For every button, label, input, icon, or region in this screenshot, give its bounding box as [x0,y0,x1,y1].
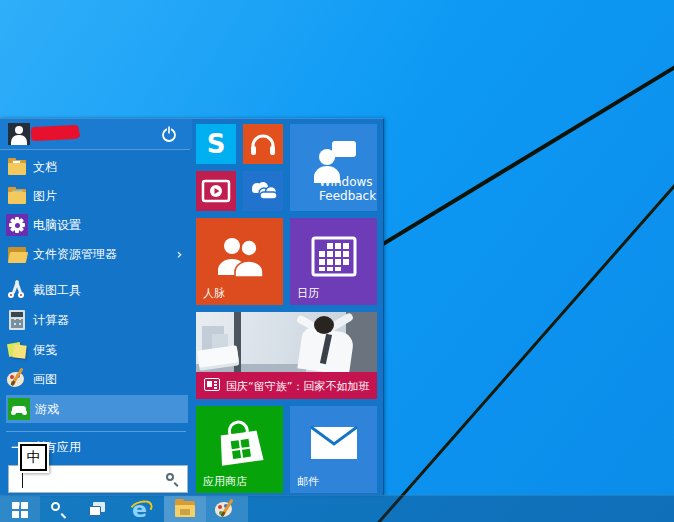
avatar-head [15,126,23,134]
tile-label: 日历 [297,286,319,301]
headphones-icon [248,129,278,159]
sidebar-item-label: 截图工具 [33,282,81,299]
sidebar-item-label: 便笺 [33,342,57,359]
tile-music[interactable] [243,124,283,164]
calculator-icon [6,309,28,331]
news-banner: 国庆“留守族”：回家不如加班 [196,372,377,399]
newspaper-icon [204,378,220,391]
start-menu-sidebar: 文档 图片 电脑设置 文件资源管理器 › 截图工具 [0,119,192,495]
sidebar-item-label: 画图 [33,371,57,388]
skype-icon: S [196,124,236,164]
news-headline: 国庆“留守族”：回家不如加班 [226,379,369,394]
tile-news[interactable]: 国庆“留守族”：回家不如加班 [196,312,377,399]
start-menu: 文档 图片 电脑设置 文件资源管理器 › 截图工具 [0,118,384,495]
tile-skype[interactable]: S [196,124,236,164]
tile-calendar[interactable]: 日历 [290,218,377,305]
file-explorer-button[interactable] [164,496,206,522]
tile-people[interactable]: 人脉 [196,218,283,305]
search-icon [51,502,66,517]
tile-label: Windows Feedback [319,175,377,203]
censored-username-scribble [31,125,80,141]
sidebar-item-label: 游戏 [35,401,59,418]
sidebar-item-label: 文档 [33,159,57,176]
tile-mail[interactable]: 邮件 [290,406,377,493]
taskbar: e [0,495,674,522]
tile-label: 人脉 [203,286,225,301]
sidebar-item-file-explorer[interactable]: 文件资源管理器 › [0,241,192,267]
mail-envelope-icon [310,426,358,460]
task-view-icon-front [89,506,101,516]
start-menu-header [0,119,192,149]
tile-video[interactable] [196,171,236,211]
power-icon [160,125,178,143]
sidebar-item-paint[interactable]: 画图 [0,366,192,392]
tile-store[interactable]: 应用商店 [196,406,283,493]
internet-explorer-button[interactable]: e [122,496,162,522]
sidebar-item-label: 计算器 [33,312,69,329]
windows-logo-icon [12,502,28,518]
pictures-folder-icon [6,185,28,207]
header-separator [0,149,190,150]
sidebar-item-sticky-notes[interactable]: 便笺 [0,337,192,363]
tile-windows-feedback[interactable]: Windows Feedback [290,124,377,211]
avatar-body [11,135,27,145]
sidebar-item-pc-settings[interactable]: 电脑设置 [0,212,192,238]
xbox-games-icon [8,398,30,420]
screen: 文档 图片 电脑设置 文件资源管理器 › 截图工具 [0,0,674,522]
video-icon [201,179,231,203]
sidebar-item-documents[interactable]: 文档 [0,154,192,180]
ie-icon: e [132,497,147,522]
start-button[interactable] [0,496,40,522]
search-icon[interactable] [166,473,179,486]
paint-palette-icon [6,368,28,390]
sticky-notes-icon [6,339,28,361]
sidebar-item-label: 文件资源管理器 [33,246,117,263]
store-bag-icon [214,417,266,469]
taskbar-search-button[interactable] [40,496,76,522]
people-icon [214,235,266,277]
text-caret [22,472,23,488]
file-explorer-icon [6,243,28,265]
tile-label: 应用商店 [203,474,247,489]
task-view-button[interactable] [80,496,116,522]
sidebar-item-pictures[interactable]: 图片 [0,183,192,209]
sidebar-item-label: 图片 [33,188,57,205]
calendar-icon [310,234,358,278]
documents-folder-icon [6,156,28,178]
folder-icon-slot [180,509,190,515]
tile-label: 邮件 [297,474,319,489]
ime-mode-badge[interactable]: 中 [20,444,47,471]
all-apps-separator [6,431,186,432]
tile-panel: S [196,124,378,492]
news-photo [196,312,377,372]
tile-onedrive[interactable] [243,171,283,211]
sidebar-item-games[interactable]: 游戏 [6,395,188,423]
sidebar-item-calculator[interactable]: 计算器 [0,307,192,333]
paint-button[interactable] [206,496,248,522]
scissors-icon [6,279,28,301]
user-avatar[interactable] [8,123,30,145]
gear-icon [6,214,28,236]
sidebar-item-label: 电脑设置 [33,217,81,234]
sidebar-item-snipping-tool[interactable]: 截图工具 [0,277,192,303]
onedrive-clouds-icon [247,180,279,202]
power-button[interactable] [160,125,178,143]
submenu-chevron-icon[interactable]: › [176,241,182,267]
